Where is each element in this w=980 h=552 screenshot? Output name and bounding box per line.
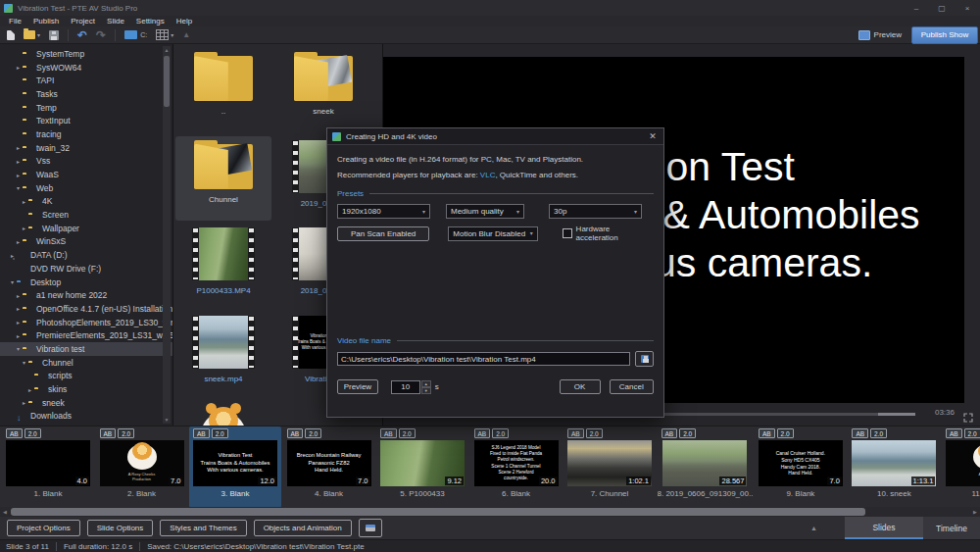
scrollbar-thumb[interactable]: [11, 508, 865, 516]
stepper-down-icon[interactable]: ▼: [421, 387, 431, 394]
file-item-[interactable]: ..: [175, 48, 271, 132]
redo-icon[interactable]: ↷: [96, 30, 106, 40]
tree-scrollbar[interactable]: ▲ ▼: [163, 46, 171, 424]
tree-item-a1-new-home-2022[interactable]: ▸a1 new home 2022: [0, 288, 172, 302]
chevron-down-icon[interactable]: ▾: [20, 359, 28, 366]
slide-thumbnail-4[interactable]: AB2.0Brecon Mountain RailwayPanasonic FZ…: [283, 427, 375, 508]
slide-thumbnail-8[interactable]: AB2.028.5678. 2019_0606_091309_00..: [658, 427, 754, 508]
menu-item-help[interactable]: Help: [171, 17, 198, 25]
file-item-p1000433-mp4[interactable]: P1000433.MP4: [175, 224, 271, 308]
chevron-right-icon[interactable]: ▸: [14, 172, 23, 178]
slide-thumbnail-11[interactable]: AB2.0A Rosy ChProducti11. Blank: [942, 427, 980, 508]
framerate-dropdown[interactable]: 30p ▾: [549, 204, 642, 219]
tab-timeline[interactable]: Timeline: [923, 517, 980, 539]
chevron-right-icon[interactable]: ▸: [14, 332, 23, 339]
video-file-name-input[interactable]: [337, 352, 630, 366]
tree-item-waas[interactable]: ▸WaaS: [0, 168, 172, 181]
resolution-dropdown[interactable]: 1920x1080 ▾: [337, 204, 430, 219]
new-project-icon[interactable]: [7, 30, 15, 40]
chevron-right-icon[interactable]: ▸: [25, 386, 34, 393]
chevron-right-icon[interactable]: ▸: [14, 238, 23, 245]
file-item-sneek-mp4[interactable]: sneek.mp4: [175, 312, 271, 396]
slide-thumbnail-10[interactable]: AB2.01:13.110. sneek: [848, 427, 940, 508]
save-icon[interactable]: [49, 30, 59, 40]
tree-item-syswow64[interactable]: ▸SysWOW64: [0, 61, 172, 75]
cancel-button[interactable]: Cancel: [610, 379, 654, 394]
tree-item-temp[interactable]: Temp: [0, 101, 172, 115]
pan-scan-button[interactable]: Pan Scan Enabled: [337, 226, 429, 241]
ok-button[interactable]: OK: [560, 379, 601, 394]
browse-save-button[interactable]: [635, 351, 654, 367]
tree-item-winsxs[interactable]: ▸WinSxS: [0, 235, 172, 249]
chevron-right-icon[interactable]: ▸: [20, 198, 28, 205]
tree-item-vibration-test[interactable]: ▾Vibration test: [0, 342, 172, 356]
scrubber-thumb[interactable]: [878, 413, 915, 416]
tree-item-tasks[interactable]: Tasks: [0, 87, 172, 101]
tree-item-dvd-rw-drive-f[interactable]: DVD RW Drive (F:): [0, 262, 172, 276]
tree-item-desktop[interactable]: ▾Desktop: [0, 276, 172, 289]
tab-slides[interactable]: Slides: [845, 517, 923, 539]
scroll-down-icon[interactable]: ▼: [163, 416, 171, 424]
publish-show-button[interactable]: Publish Show: [911, 26, 978, 44]
quality-dropdown[interactable]: Medium quality ▾: [446, 204, 524, 219]
scrollbar-thumb[interactable]: [164, 56, 170, 107]
hardware-acceleration-option[interactable]: Hardware acceleration: [563, 225, 654, 242]
maximize-button[interactable]: ▢: [929, 0, 955, 16]
file-item-partial[interactable]: [175, 399, 271, 426]
chevron-down-icon[interactable]: ▾: [14, 345, 23, 352]
menu-item-settings[interactable]: Settings: [130, 17, 171, 25]
vlc-link[interactable]: VLC: [480, 171, 496, 179]
close-button[interactable]: ×: [955, 0, 980, 16]
collapse-up-icon[interactable]: ▲: [810, 525, 817, 531]
tree-item-vss[interactable]: ▸Vss: [0, 155, 172, 169]
slide-options-button[interactable]: Slide Options: [87, 520, 154, 536]
chevron-right-icon[interactable]: ▸: [20, 399, 28, 406]
dialog-preview-button[interactable]: Preview: [337, 379, 378, 394]
chevron-right-icon[interactable]: ▸: [14, 64, 23, 71]
chevron-right-icon[interactable]: ▸: [20, 225, 28, 231]
screen-icon[interactable]: [124, 30, 137, 39]
tree-item-web[interactable]: ▾Web: [0, 181, 172, 195]
chevron-right-icon[interactable]: ▸: [14, 305, 23, 312]
menu-item-slide[interactable]: Slide: [101, 17, 130, 25]
chevron-down-icon[interactable]: ▾: [8, 278, 17, 285]
slide-thumbnail-3[interactable]: AB2.0Vibration TestTrains Boats & Automo…: [189, 427, 281, 508]
scroll-right-icon[interactable]: ▶: [970, 507, 980, 517]
file-item-sneek[interactable]: sneek: [275, 48, 371, 132]
minimize-button[interactable]: –: [904, 0, 929, 16]
tree-item-downloads[interactable]: ↓Downloads: [0, 410, 172, 424]
tree-item-twain-32[interactable]: ▸twain_32: [0, 141, 172, 155]
tree-item-textinput[interactable]: TextInput: [0, 114, 172, 127]
hardware-acceleration-checkbox[interactable]: [563, 228, 572, 238]
tree-item-data-d[interactable]: ▸DATA (D:): [0, 248, 172, 262]
preview-show-button[interactable]: Preview: [858, 30, 902, 40]
slide-thumbnail-9[interactable]: AB2.0Canal Cruiser Holland.Sony HD5 CX40…: [755, 427, 847, 508]
chevron-right-icon[interactable]: ▸: [14, 319, 23, 326]
open-project-button[interactable]: ▾: [24, 30, 40, 39]
motion-blur-dropdown[interactable]: Motion Blur Disabled ▾: [448, 226, 537, 241]
grid-view-button[interactable]: ▾: [156, 29, 173, 40]
tree-item-screen[interactable]: Screen: [0, 208, 172, 222]
up-arrow-icon[interactable]: ▲: [182, 30, 190, 39]
project-options-button[interactable]: Project Options: [7, 520, 80, 536]
objects-and-animation-button[interactable]: Objects and Animation: [254, 520, 352, 536]
dialog-close-icon[interactable]: ✕: [642, 131, 663, 141]
menu-item-publish[interactable]: Publish: [27, 17, 65, 25]
preview-seconds-input[interactable]: [391, 380, 420, 394]
chevron-right-icon[interactable]: ▸: [14, 292, 23, 299]
mini-preview-button[interactable]: [359, 519, 382, 537]
undo-icon[interactable]: ↶: [77, 30, 87, 40]
styles-and-themes-button[interactable]: Styles and Themes: [160, 520, 246, 536]
slide-thumbnail-7[interactable]: AB2.01:02.17. Chunnel: [564, 427, 656, 508]
scroll-up-icon[interactable]: ▲: [163, 46, 171, 54]
fullscreen-icon[interactable]: [963, 409, 973, 427]
stepper-up-icon[interactable]: ▲: [421, 380, 431, 387]
tree-item-4k[interactable]: ▸4K: [0, 195, 172, 209]
tree-item-chunnel[interactable]: ▾Chunnel: [0, 356, 172, 370]
tree-item-openoffice-4-1-7-en-us-installation-files[interactable]: ▸OpenOffice 4.1.7 (en-US) Installation F…: [0, 302, 172, 316]
menu-item-project[interactable]: Project: [65, 17, 101, 25]
menu-item-file[interactable]: File: [3, 17, 27, 25]
slide-thumbnail-6[interactable]: AB2.0SJ6 Legend 2018 ModelFixed to insid…: [470, 427, 563, 508]
chevron-down-icon[interactable]: ▾: [14, 184, 23, 191]
tree-item-systemtemp[interactable]: SystemTemp: [0, 47, 172, 61]
